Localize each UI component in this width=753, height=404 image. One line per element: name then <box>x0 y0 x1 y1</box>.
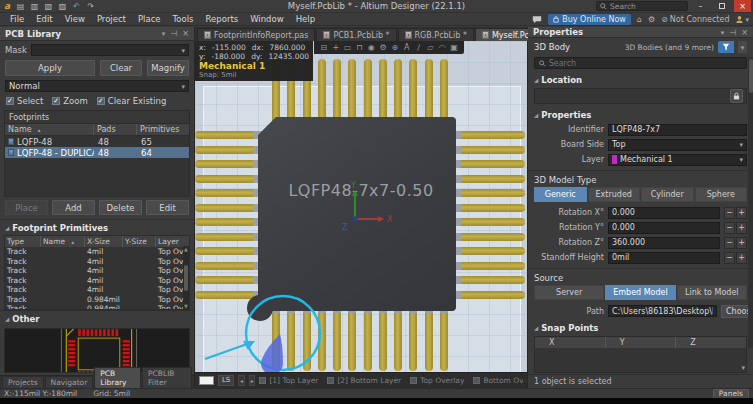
properties-search-box[interactable] <box>534 57 747 69</box>
view-option-checkbox[interactable]: Select <box>6 96 43 106</box>
panel-tab[interactable]: PCB Library <box>94 367 141 388</box>
menu-item[interactable]: Help <box>290 14 321 24</box>
view-option-checkbox[interactable]: Zoom <box>52 96 88 106</box>
panel-menu-icon[interactable] <box>721 28 725 37</box>
menu-item[interactable]: File <box>4 14 30 24</box>
increment-button[interactable] <box>736 237 747 249</box>
layer-tab[interactable]: Bottom Overlay <box>473 376 523 385</box>
model-type-option[interactable]: Cylinder <box>641 187 694 202</box>
primitive-row[interactable]: Track 0.984mil Top Over... <box>5 304 189 309</box>
layer-tab[interactable]: [2] Bottom Layer <box>327 376 401 385</box>
decrement-button[interactable] <box>724 222 735 234</box>
rotation-input[interactable] <box>608 237 720 249</box>
model-type-option[interactable]: Extruded <box>588 187 641 202</box>
scroll-layers-left-icon[interactable]: ◂ <box>238 375 245 386</box>
snap-column[interactable]: X <box>535 337 606 348</box>
home-icon[interactable] <box>637 15 642 24</box>
snap-points-section-header[interactable]: Snap Points <box>528 319 753 335</box>
open-document-icon[interactable]: ▧ <box>43 2 54 11</box>
rotation-input[interactable] <box>608 207 720 219</box>
snap-column[interactable]: Z <box>676 337 746 348</box>
undo-icon[interactable]: ↶ <box>71 2 82 11</box>
board-side-dropdown[interactable]: Top <box>608 139 747 151</box>
column-prim-name[interactable]: Name <box>41 236 85 247</box>
copy-icon[interactable]: ▥ <box>29 2 40 11</box>
heads-up-toggle-icon[interactable]: ⊟ <box>319 41 329 54</box>
decrement-button[interactable] <box>724 252 735 264</box>
column-pads[interactable]: Pads <box>94 124 137 135</box>
panel-close-icon[interactable] <box>741 28 748 37</box>
panel-tab[interactable]: Projects <box>2 376 44 388</box>
identifier-field[interactable] <box>608 124 747 136</box>
primitive-row[interactable]: Track 4mil Top Over... <box>5 266 189 276</box>
clear-button[interactable]: Clear <box>100 60 142 76</box>
delete-button[interactable]: Delete <box>99 200 142 215</box>
panel-tab[interactable]: Navigator <box>45 376 94 388</box>
arc-icon[interactable]: ◠ <box>437 41 447 54</box>
close-button[interactable]: × <box>734 0 751 12</box>
path-field[interactable] <box>608 305 717 317</box>
menu-item[interactable]: Project <box>91 14 132 24</box>
fill-icon[interactable]: ▣ <box>449 41 459 54</box>
redo-icon[interactable]: ↷ <box>85 2 96 11</box>
panel-tab[interactable]: PCBLIB Filter <box>142 367 192 388</box>
column-type[interactable]: Type <box>5 236 41 247</box>
line-icon[interactable]: ∕ <box>414 41 424 54</box>
layer-tab[interactable]: Top Overlay <box>410 376 464 385</box>
settings-gear-icon[interactable] <box>648 15 655 24</box>
select-area-icon[interactable]: ▭ <box>343 41 353 54</box>
footprint-row[interactable]: LQFP-48 - DUPLICATE 48 64 <box>5 147 189 158</box>
snap-points-body[interactable] <box>535 348 746 372</box>
gear-icon[interactable]: ⚙ <box>378 41 388 54</box>
column-name[interactable]: Name <box>5 124 94 135</box>
decrement-button[interactable] <box>724 207 735 219</box>
connection-status[interactable]: Not Connected <box>661 15 729 24</box>
chat-icon[interactable] <box>532 15 542 24</box>
global-search-box[interactable]: Search <box>596 1 688 11</box>
increment-button[interactable] <box>736 222 747 234</box>
model-type-option[interactable]: Generic <box>534 187 587 202</box>
document-tab[interactable]: RGB.PcbLib * <box>398 28 474 41</box>
rotation-input[interactable] <box>608 252 720 264</box>
region-icon[interactable]: ▱ <box>425 41 435 54</box>
magnify-button[interactable]: Magnify <box>147 60 189 76</box>
primitive-row[interactable]: Track 0.984mil Top Over... <box>5 295 189 305</box>
restore-button[interactable] <box>713 0 730 12</box>
mode-dropdown[interactable]: Normal <box>5 80 189 92</box>
menu-item[interactable]: View <box>59 14 91 24</box>
column-xsize[interactable]: X-Size <box>85 236 123 247</box>
measure-icon[interactable]: ⊕ <box>390 41 400 54</box>
menu-item[interactable]: Edit <box>30 14 58 24</box>
decrement-button[interactable] <box>724 237 735 249</box>
edit-button[interactable]: Edit <box>146 200 189 215</box>
menu-item[interactable]: Tools <box>167 14 200 24</box>
panels-button[interactable]: Panels <box>713 389 749 399</box>
primitive-row[interactable]: Track 4mil Top Over... <box>5 276 189 286</box>
source-option[interactable]: Link to Model <box>677 285 747 300</box>
primitive-row[interactable]: Track 4mil Top Over... <box>5 257 189 267</box>
apply-button[interactable]: Apply <box>5 60 95 76</box>
source-option[interactable]: Embed Model <box>605 285 675 300</box>
place-button[interactable]: Place <box>5 200 48 215</box>
scroll-layers-right-icon[interactable]: ▸ <box>249 375 256 386</box>
menu-item[interactable]: Window <box>244 14 290 24</box>
panel-close-icon[interactable] <box>182 29 189 38</box>
model-type-option[interactable]: Sphere <box>695 187 748 202</box>
properties-search-input[interactable] <box>549 59 742 68</box>
current-layer-swatch[interactable] <box>199 376 214 385</box>
add-button[interactable]: Add <box>52 200 95 215</box>
menu-item[interactable]: Place <box>132 14 167 24</box>
panel-pin-icon[interactable] <box>728 29 737 36</box>
footprint-primitives-section[interactable]: Footprint Primitives <box>0 219 194 235</box>
panel-menu-icon[interactable] <box>162 29 166 38</box>
column-primitives[interactable]: Primitives <box>137 124 189 135</box>
minimize-button[interactable]: – <box>692 0 709 12</box>
save-icon[interactable]: ▤ <box>15 2 26 11</box>
rotation-input[interactable] <box>608 222 720 234</box>
string-icon[interactable]: A <box>402 41 412 54</box>
increment-button[interactable] <box>736 252 747 264</box>
layer-dropdown[interactable]: Mechanical 1 <box>608 154 747 166</box>
move-icon[interactable]: + <box>331 41 341 54</box>
view-option-checkbox[interactable]: Clear Existing <box>97 96 167 106</box>
primitive-row[interactable]: Track 4mil Top Over... <box>5 247 189 257</box>
